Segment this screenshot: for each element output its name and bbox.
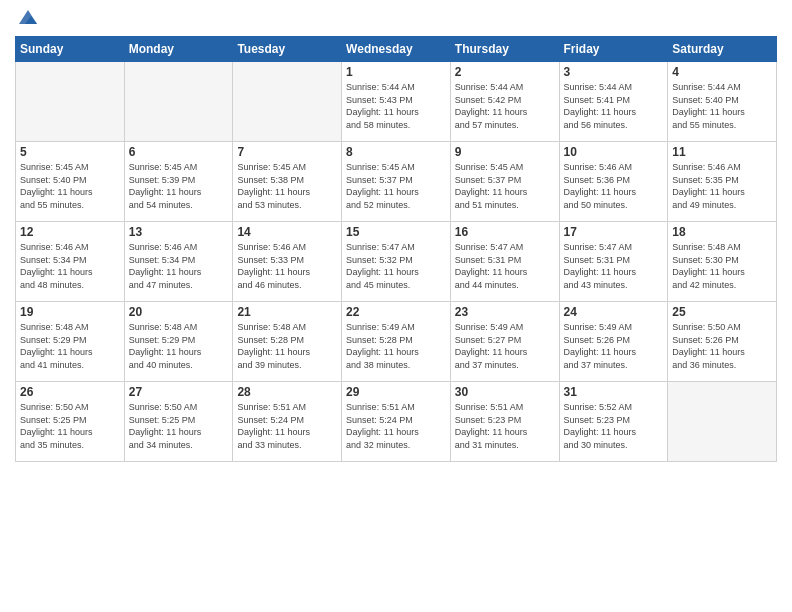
day-number: 23	[455, 305, 555, 319]
calendar-cell: 23Sunrise: 5:49 AM Sunset: 5:27 PM Dayli…	[450, 302, 559, 382]
day-info: Sunrise: 5:44 AM Sunset: 5:41 PM Dayligh…	[564, 81, 664, 131]
page: SundayMondayTuesdayWednesdayThursdayFrid…	[0, 0, 792, 612]
day-number: 12	[20, 225, 120, 239]
weekday-header: Tuesday	[233, 37, 342, 62]
calendar-cell: 12Sunrise: 5:46 AM Sunset: 5:34 PM Dayli…	[16, 222, 125, 302]
calendar-cell: 30Sunrise: 5:51 AM Sunset: 5:23 PM Dayli…	[450, 382, 559, 462]
calendar-cell: 22Sunrise: 5:49 AM Sunset: 5:28 PM Dayli…	[342, 302, 451, 382]
day-number: 4	[672, 65, 772, 79]
calendar-cell: 29Sunrise: 5:51 AM Sunset: 5:24 PM Dayli…	[342, 382, 451, 462]
calendar-cell: 19Sunrise: 5:48 AM Sunset: 5:29 PM Dayli…	[16, 302, 125, 382]
day-info: Sunrise: 5:46 AM Sunset: 5:35 PM Dayligh…	[672, 161, 772, 211]
day-info: Sunrise: 5:51 AM Sunset: 5:24 PM Dayligh…	[237, 401, 337, 451]
calendar-week-row: 26Sunrise: 5:50 AM Sunset: 5:25 PM Dayli…	[16, 382, 777, 462]
calendar-week-row: 1Sunrise: 5:44 AM Sunset: 5:43 PM Daylig…	[16, 62, 777, 142]
calendar-cell: 13Sunrise: 5:46 AM Sunset: 5:34 PM Dayli…	[124, 222, 233, 302]
day-info: Sunrise: 5:51 AM Sunset: 5:24 PM Dayligh…	[346, 401, 446, 451]
calendar-cell: 24Sunrise: 5:49 AM Sunset: 5:26 PM Dayli…	[559, 302, 668, 382]
calendar-cell: 25Sunrise: 5:50 AM Sunset: 5:26 PM Dayli…	[668, 302, 777, 382]
day-info: Sunrise: 5:48 AM Sunset: 5:29 PM Dayligh…	[20, 321, 120, 371]
calendar-cell: 17Sunrise: 5:47 AM Sunset: 5:31 PM Dayli…	[559, 222, 668, 302]
day-number: 19	[20, 305, 120, 319]
day-number: 9	[455, 145, 555, 159]
calendar-cell	[16, 62, 125, 142]
calendar-week-row: 12Sunrise: 5:46 AM Sunset: 5:34 PM Dayli…	[16, 222, 777, 302]
day-number: 26	[20, 385, 120, 399]
calendar-cell: 26Sunrise: 5:50 AM Sunset: 5:25 PM Dayli…	[16, 382, 125, 462]
day-info: Sunrise: 5:51 AM Sunset: 5:23 PM Dayligh…	[455, 401, 555, 451]
weekday-header: Saturday	[668, 37, 777, 62]
calendar-cell: 16Sunrise: 5:47 AM Sunset: 5:31 PM Dayli…	[450, 222, 559, 302]
calendar-cell	[668, 382, 777, 462]
day-number: 11	[672, 145, 772, 159]
calendar-header-row: SundayMondayTuesdayWednesdayThursdayFrid…	[16, 37, 777, 62]
day-number: 17	[564, 225, 664, 239]
calendar-cell: 15Sunrise: 5:47 AM Sunset: 5:32 PM Dayli…	[342, 222, 451, 302]
day-info: Sunrise: 5:50 AM Sunset: 5:25 PM Dayligh…	[20, 401, 120, 451]
calendar: SundayMondayTuesdayWednesdayThursdayFrid…	[15, 36, 777, 462]
calendar-cell: 6Sunrise: 5:45 AM Sunset: 5:39 PM Daylig…	[124, 142, 233, 222]
day-number: 7	[237, 145, 337, 159]
calendar-cell: 10Sunrise: 5:46 AM Sunset: 5:36 PM Dayli…	[559, 142, 668, 222]
day-info: Sunrise: 5:49 AM Sunset: 5:28 PM Dayligh…	[346, 321, 446, 371]
weekday-header: Thursday	[450, 37, 559, 62]
day-number: 24	[564, 305, 664, 319]
weekday-header: Sunday	[16, 37, 125, 62]
calendar-cell	[233, 62, 342, 142]
day-info: Sunrise: 5:46 AM Sunset: 5:36 PM Dayligh…	[564, 161, 664, 211]
calendar-cell: 9Sunrise: 5:45 AM Sunset: 5:37 PM Daylig…	[450, 142, 559, 222]
day-number: 28	[237, 385, 337, 399]
calendar-cell: 3Sunrise: 5:44 AM Sunset: 5:41 PM Daylig…	[559, 62, 668, 142]
day-info: Sunrise: 5:44 AM Sunset: 5:43 PM Dayligh…	[346, 81, 446, 131]
calendar-cell	[124, 62, 233, 142]
day-info: Sunrise: 5:47 AM Sunset: 5:31 PM Dayligh…	[564, 241, 664, 291]
day-info: Sunrise: 5:46 AM Sunset: 5:34 PM Dayligh…	[129, 241, 229, 291]
calendar-cell: 31Sunrise: 5:52 AM Sunset: 5:23 PM Dayli…	[559, 382, 668, 462]
day-number: 3	[564, 65, 664, 79]
day-info: Sunrise: 5:47 AM Sunset: 5:32 PM Dayligh…	[346, 241, 446, 291]
day-info: Sunrise: 5:45 AM Sunset: 5:39 PM Dayligh…	[129, 161, 229, 211]
calendar-cell: 28Sunrise: 5:51 AM Sunset: 5:24 PM Dayli…	[233, 382, 342, 462]
day-number: 10	[564, 145, 664, 159]
day-number: 22	[346, 305, 446, 319]
day-number: 5	[20, 145, 120, 159]
calendar-cell: 27Sunrise: 5:50 AM Sunset: 5:25 PM Dayli…	[124, 382, 233, 462]
day-info: Sunrise: 5:49 AM Sunset: 5:27 PM Dayligh…	[455, 321, 555, 371]
day-info: Sunrise: 5:46 AM Sunset: 5:33 PM Dayligh…	[237, 241, 337, 291]
day-info: Sunrise: 5:44 AM Sunset: 5:40 PM Dayligh…	[672, 81, 772, 131]
day-number: 16	[455, 225, 555, 239]
logo	[15, 10, 39, 28]
day-info: Sunrise: 5:45 AM Sunset: 5:40 PM Dayligh…	[20, 161, 120, 211]
logo-icon	[17, 6, 39, 28]
calendar-cell: 11Sunrise: 5:46 AM Sunset: 5:35 PM Dayli…	[668, 142, 777, 222]
day-number: 21	[237, 305, 337, 319]
day-number: 27	[129, 385, 229, 399]
calendar-cell: 14Sunrise: 5:46 AM Sunset: 5:33 PM Dayli…	[233, 222, 342, 302]
day-number: 8	[346, 145, 446, 159]
day-number: 1	[346, 65, 446, 79]
weekday-header: Friday	[559, 37, 668, 62]
calendar-cell: 1Sunrise: 5:44 AM Sunset: 5:43 PM Daylig…	[342, 62, 451, 142]
day-number: 14	[237, 225, 337, 239]
calendar-cell: 20Sunrise: 5:48 AM Sunset: 5:29 PM Dayli…	[124, 302, 233, 382]
day-number: 31	[564, 385, 664, 399]
day-number: 13	[129, 225, 229, 239]
calendar-cell: 2Sunrise: 5:44 AM Sunset: 5:42 PM Daylig…	[450, 62, 559, 142]
day-number: 6	[129, 145, 229, 159]
day-info: Sunrise: 5:48 AM Sunset: 5:30 PM Dayligh…	[672, 241, 772, 291]
day-number: 20	[129, 305, 229, 319]
calendar-cell: 18Sunrise: 5:48 AM Sunset: 5:30 PM Dayli…	[668, 222, 777, 302]
calendar-cell: 5Sunrise: 5:45 AM Sunset: 5:40 PM Daylig…	[16, 142, 125, 222]
day-info: Sunrise: 5:49 AM Sunset: 5:26 PM Dayligh…	[564, 321, 664, 371]
weekday-header: Wednesday	[342, 37, 451, 62]
calendar-cell: 4Sunrise: 5:44 AM Sunset: 5:40 PM Daylig…	[668, 62, 777, 142]
day-info: Sunrise: 5:50 AM Sunset: 5:25 PM Dayligh…	[129, 401, 229, 451]
weekday-header: Monday	[124, 37, 233, 62]
day-info: Sunrise: 5:47 AM Sunset: 5:31 PM Dayligh…	[455, 241, 555, 291]
day-info: Sunrise: 5:45 AM Sunset: 5:38 PM Dayligh…	[237, 161, 337, 211]
calendar-cell: 21Sunrise: 5:48 AM Sunset: 5:28 PM Dayli…	[233, 302, 342, 382]
calendar-week-row: 5Sunrise: 5:45 AM Sunset: 5:40 PM Daylig…	[16, 142, 777, 222]
day-info: Sunrise: 5:48 AM Sunset: 5:28 PM Dayligh…	[237, 321, 337, 371]
day-info: Sunrise: 5:44 AM Sunset: 5:42 PM Dayligh…	[455, 81, 555, 131]
calendar-cell: 8Sunrise: 5:45 AM Sunset: 5:37 PM Daylig…	[342, 142, 451, 222]
